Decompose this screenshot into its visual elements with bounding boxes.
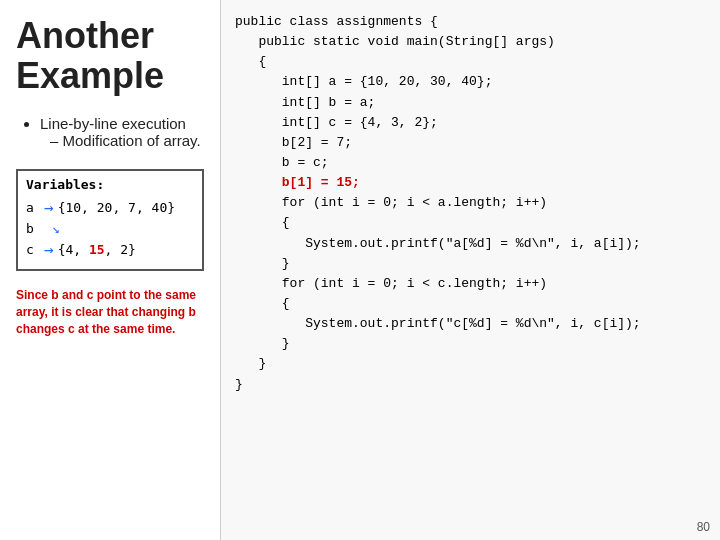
var-c-suffix: , 2} bbox=[105, 242, 136, 257]
variables-label: Variables: bbox=[26, 177, 194, 192]
code-line: System.out.printf("a[%d] = %d\n", i, a[i… bbox=[235, 234, 706, 254]
code-line: for (int i = 0; i < c.length; i++) bbox=[235, 274, 706, 294]
code-line: { bbox=[235, 213, 706, 233]
var-b-name: b bbox=[26, 221, 44, 236]
var-c-highlight: 15 bbox=[89, 242, 105, 257]
arrow-a: → bbox=[44, 198, 54, 217]
code-line: public class assignments { bbox=[235, 12, 706, 32]
slide-title: AnotherExample bbox=[16, 16, 204, 95]
var-c-prefix: {4, bbox=[58, 242, 89, 257]
var-a-name: a bbox=[26, 200, 44, 215]
code-line: } bbox=[235, 354, 706, 374]
main-container: AnotherExample Line-by-line execution Mo… bbox=[0, 0, 720, 540]
code-line: } bbox=[235, 254, 706, 274]
bullet-list: Line-by-line execution Modification of a… bbox=[16, 115, 204, 153]
arrow-c: → bbox=[44, 240, 54, 259]
variables-box: Variables: a → {10, 20, 7, 40} b ↘ c → {… bbox=[16, 169, 204, 271]
code-line: } bbox=[235, 375, 706, 395]
left-panel: AnotherExample Line-by-line execution Mo… bbox=[0, 0, 220, 540]
note-text: Since b and c point to the same array, i… bbox=[16, 287, 204, 337]
code-line: int[] b = a; bbox=[235, 93, 706, 113]
sub-bullet-1: Modification of array. bbox=[50, 132, 204, 149]
code-line: { bbox=[235, 294, 706, 314]
code-line: } bbox=[235, 334, 706, 354]
var-c-value: {4, 15, 2} bbox=[58, 242, 136, 257]
var-a-value: {10, 20, 7, 40} bbox=[58, 200, 175, 215]
code-line: public static void main(String[] args) bbox=[235, 32, 706, 52]
code-line: b[1] = 15; bbox=[235, 173, 706, 193]
code-panel: public class assignments { public static… bbox=[220, 0, 720, 540]
code-line: for (int i = 0; i < a.length; i++) bbox=[235, 193, 706, 213]
bullet-item-1: Line-by-line execution Modification of a… bbox=[40, 115, 204, 149]
var-row-c: c → {4, 15, 2} bbox=[26, 240, 194, 259]
var-row-a: a → {10, 20, 7, 40} bbox=[26, 198, 194, 217]
code-line: System.out.printf("c[%d] = %d\n", i, c[i… bbox=[235, 314, 706, 334]
code-line: b = c; bbox=[235, 153, 706, 173]
var-c-name: c bbox=[26, 242, 44, 257]
code-line: b[2] = 7; bbox=[235, 133, 706, 153]
code-line: { bbox=[235, 52, 706, 72]
code-line: int[] c = {4, 3, 2}; bbox=[235, 113, 706, 133]
var-row-b: b ↘ bbox=[26, 221, 194, 236]
arrow-b: ↘ bbox=[44, 221, 60, 236]
code-block: public class assignments { public static… bbox=[235, 12, 706, 395]
page-number: 80 bbox=[697, 520, 710, 534]
code-line: int[] a = {10, 20, 30, 40}; bbox=[235, 72, 706, 92]
